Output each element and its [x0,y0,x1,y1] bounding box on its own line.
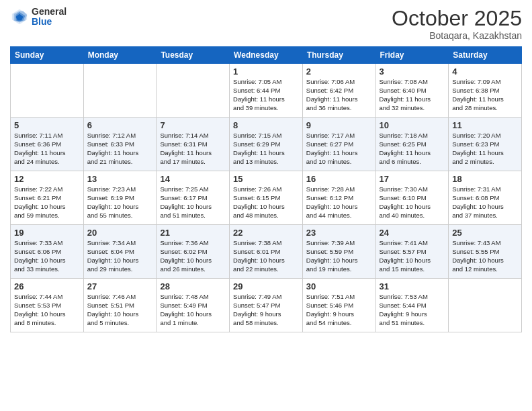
day-info: Sunrise: 7:44 AM Sunset: 5:53 PM Dayligh… [14,293,80,327]
day-info: Sunrise: 7:20 AM Sunset: 6:23 PM Dayligh… [452,132,518,166]
table-row: 31Sunrise: 7:53 AM Sunset: 5:44 PM Dayli… [375,279,449,332]
table-row: 7Sunrise: 7:14 AM Sunset: 6:31 PM Daylig… [157,118,230,171]
day-number: 4 [452,66,518,77]
header-friday: Friday [375,47,449,64]
table-row: 3Sunrise: 7:08 AM Sunset: 6:40 PM Daylig… [375,64,449,118]
day-info: Sunrise: 7:48 AM Sunset: 5:49 PM Dayligh… [160,293,226,327]
day-number: 26 [14,281,80,291]
day-number: 13 [87,174,153,184]
day-number: 30 [306,281,372,291]
day-number: 27 [87,281,153,291]
day-info: Sunrise: 7:53 AM Sunset: 5:44 PM Dayligh… [380,293,445,327]
month-title: October 2025 [392,7,522,30]
table-row: 2Sunrise: 7:06 AM Sunset: 6:42 PM Daylig… [302,64,375,118]
day-number: 7 [160,120,226,130]
header-saturday: Saturday [449,47,522,64]
logo-icon [10,7,29,26]
day-number: 16 [306,174,372,184]
day-number: 12 [14,174,80,184]
table-row: 13Sunrise: 7:23 AM Sunset: 6:19 PM Dayli… [83,171,157,225]
day-info: Sunrise: 7:26 AM Sunset: 6:15 PM Dayligh… [233,185,299,220]
header-tuesday: Tuesday [157,47,230,64]
day-info: Sunrise: 7:43 AM Sunset: 5:55 PM Dayligh… [452,239,518,273]
header-wednesday: Wednesday [230,47,303,64]
day-info: Sunrise: 7:31 AM Sunset: 6:08 PM Dayligh… [452,185,518,220]
title-block: October 2025 Botaqara, Kazakhstan [392,7,522,41]
logo: General Blue [10,7,66,28]
week-row-1: 5Sunrise: 7:11 AM Sunset: 6:36 PM Daylig… [11,118,522,171]
day-number: 22 [233,228,299,238]
location: Botaqara, Kazakhstan [392,30,522,41]
day-number: 6 [87,120,153,130]
header-sunday: Sunday [11,47,84,64]
day-info: Sunrise: 7:49 AM Sunset: 5:47 PM Dayligh… [233,293,299,327]
table-row: 26Sunrise: 7:44 AM Sunset: 5:53 PM Dayli… [11,279,84,332]
table-row [157,64,230,118]
day-number: 17 [380,174,445,184]
day-number: 2 [306,66,372,77]
week-row-3: 19Sunrise: 7:33 AM Sunset: 6:06 PM Dayli… [11,225,522,279]
logo-blue-text: Blue [32,17,66,27]
header-thursday: Thursday [302,47,375,64]
table-row: 11Sunrise: 7:20 AM Sunset: 6:23 PM Dayli… [449,118,522,171]
logo-text: General Blue [32,7,66,28]
day-number: 9 [306,120,372,130]
table-row: 23Sunrise: 7:39 AM Sunset: 5:59 PM Dayli… [302,225,375,279]
day-number: 18 [452,174,518,184]
day-info: Sunrise: 7:12 AM Sunset: 6:33 PM Dayligh… [87,132,153,166]
day-number: 28 [160,281,226,291]
day-number: 5 [14,120,80,130]
day-info: Sunrise: 7:18 AM Sunset: 6:25 PM Dayligh… [380,132,445,166]
day-number: 25 [452,228,518,238]
day-number: 19 [14,228,80,238]
table-row: 30Sunrise: 7:51 AM Sunset: 5:46 PM Dayli… [302,279,375,332]
table-row: 14Sunrise: 7:25 AM Sunset: 6:17 PM Dayli… [157,171,230,225]
day-number: 20 [87,228,153,238]
header-monday: Monday [83,47,157,64]
day-info: Sunrise: 7:22 AM Sunset: 6:21 PM Dayligh… [14,185,80,220]
table-row: 28Sunrise: 7:48 AM Sunset: 5:49 PM Dayli… [157,279,230,332]
table-row: 25Sunrise: 7:43 AM Sunset: 5:55 PM Dayli… [449,225,522,279]
week-row-2: 12Sunrise: 7:22 AM Sunset: 6:21 PM Dayli… [11,171,522,225]
day-number: 10 [380,120,445,130]
day-info: Sunrise: 7:05 AM Sunset: 6:44 PM Dayligh… [233,78,299,112]
day-number: 11 [452,120,518,130]
table-row: 10Sunrise: 7:18 AM Sunset: 6:25 PM Dayli… [375,118,449,171]
day-number: 21 [160,228,226,238]
day-info: Sunrise: 7:23 AM Sunset: 6:19 PM Dayligh… [87,185,153,220]
day-info: Sunrise: 7:33 AM Sunset: 6:06 PM Dayligh… [14,239,80,273]
day-number: 31 [380,281,445,291]
table-row [11,64,84,118]
table-row: 12Sunrise: 7:22 AM Sunset: 6:21 PM Dayli… [11,171,84,225]
table-row: 5Sunrise: 7:11 AM Sunset: 6:36 PM Daylig… [11,118,84,171]
day-info: Sunrise: 7:15 AM Sunset: 6:29 PM Dayligh… [233,132,299,166]
header: General Blue October 2025 Botaqara, Kaza… [10,7,522,41]
day-number: 14 [160,174,226,184]
day-info: Sunrise: 7:39 AM Sunset: 5:59 PM Dayligh… [306,239,372,273]
day-info: Sunrise: 7:14 AM Sunset: 6:31 PM Dayligh… [160,132,226,166]
day-info: Sunrise: 7:41 AM Sunset: 5:57 PM Dayligh… [380,239,445,273]
day-number: 8 [233,120,299,130]
page-container: General Blue October 2025 Botaqara, Kaza… [0,0,532,339]
table-row: 1Sunrise: 7:05 AM Sunset: 6:44 PM Daylig… [230,64,303,118]
day-number: 3 [380,66,445,77]
table-row: 9Sunrise: 7:17 AM Sunset: 6:27 PM Daylig… [302,118,375,171]
day-number: 1 [233,66,299,77]
table-row: 15Sunrise: 7:26 AM Sunset: 6:15 PM Dayli… [230,171,303,225]
table-row: 21Sunrise: 7:36 AM Sunset: 6:02 PM Dayli… [157,225,230,279]
table-row: 6Sunrise: 7:12 AM Sunset: 6:33 PM Daylig… [83,118,157,171]
table-row: 18Sunrise: 7:31 AM Sunset: 6:08 PM Dayli… [449,171,522,225]
table-row: 8Sunrise: 7:15 AM Sunset: 6:29 PM Daylig… [230,118,303,171]
day-info: Sunrise: 7:30 AM Sunset: 6:10 PM Dayligh… [380,185,445,220]
day-number: 29 [233,281,299,291]
table-row: 20Sunrise: 7:34 AM Sunset: 6:04 PM Dayli… [83,225,157,279]
table-row [449,279,522,332]
table-row: 16Sunrise: 7:28 AM Sunset: 6:12 PM Dayli… [302,171,375,225]
day-info: Sunrise: 7:38 AM Sunset: 6:01 PM Dayligh… [233,239,299,273]
calendar-table: Sunday Monday Tuesday Wednesday Thursday… [10,46,522,332]
day-info: Sunrise: 7:28 AM Sunset: 6:12 PM Dayligh… [306,185,372,220]
day-number: 24 [380,228,445,238]
day-info: Sunrise: 7:25 AM Sunset: 6:17 PM Dayligh… [160,185,226,220]
logo-general-text: General [32,7,66,17]
table-row: 19Sunrise: 7:33 AM Sunset: 6:06 PM Dayli… [11,225,84,279]
